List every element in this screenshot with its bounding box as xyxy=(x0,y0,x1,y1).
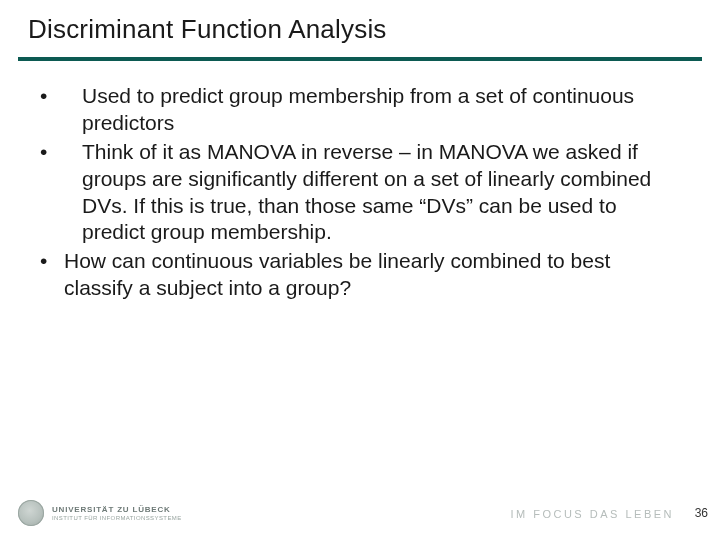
list-item: • How can continuous variables be linear… xyxy=(38,248,682,302)
bullet-icon: • xyxy=(38,139,82,166)
list-item: • Think of it as MANOVA in reverse – in … xyxy=(38,139,682,247)
bullet-text: How can continuous variables be linearly… xyxy=(64,248,682,302)
university-logo: UNIVERSITÄT ZU LÜBECK INSTITUT FÜR INFOR… xyxy=(18,500,182,526)
bullet-list: • Used to predict group membership from … xyxy=(38,83,682,302)
university-name: UNIVERSITÄT ZU LÜBECK xyxy=(52,506,182,514)
footer: UNIVERSITÄT ZU LÜBECK INSTITUT FÜR INFOR… xyxy=(0,496,720,526)
institute-name: INSTITUT FÜR INFORMATIONSSYSTEME xyxy=(52,515,182,521)
list-item: • Used to predict group membership from … xyxy=(38,83,682,137)
bullet-icon: • xyxy=(38,83,82,110)
footer-tagline: IM FOCUS DAS LEBEN xyxy=(510,508,674,520)
content-area: • Used to predict group membership from … xyxy=(0,61,720,302)
university-text: UNIVERSITÄT ZU LÜBECK INSTITUT FÜR INFOR… xyxy=(52,506,182,521)
bullet-text: Think of it as MANOVA in reverse – in MA… xyxy=(82,139,682,247)
bullet-icon: • xyxy=(38,248,64,275)
bullet-text: Used to predict group membership from a … xyxy=(82,83,682,137)
page-title: Discriminant Function Analysis xyxy=(28,14,692,45)
seal-icon xyxy=(18,500,44,526)
page-number: 36 xyxy=(695,506,708,520)
slide: Discriminant Function Analysis • Used to… xyxy=(0,0,720,540)
title-wrap: Discriminant Function Analysis xyxy=(0,0,720,51)
